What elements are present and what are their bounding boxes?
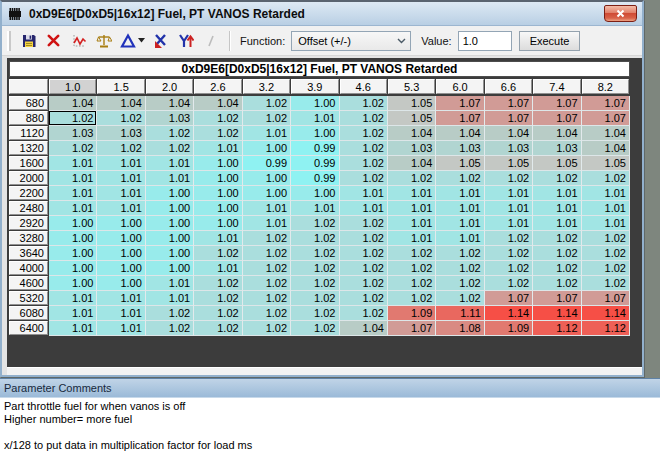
table-cell[interactable]: 1.07 bbox=[436, 96, 484, 111]
table-cell[interactable]: 1.02 bbox=[146, 321, 194, 336]
table-cell[interactable]: 1.02 bbox=[340, 111, 388, 126]
column-header[interactable]: 6.0 bbox=[436, 79, 483, 94]
table-cell[interactable]: 1.03 bbox=[388, 141, 436, 156]
table-cell[interactable]: 1.01 bbox=[291, 111, 339, 126]
table-cell[interactable]: 1.00 bbox=[146, 186, 194, 201]
table-cell[interactable]: 1.07 bbox=[533, 111, 581, 126]
table-cell[interactable]: 1.01 bbox=[146, 171, 194, 186]
table-cell[interactable]: 1.02 bbox=[340, 141, 388, 156]
table-cell[interactable]: 1.00 bbox=[49, 261, 97, 276]
table-cell[interactable]: 1.01 bbox=[582, 186, 630, 201]
table-cell[interactable]: 1.03 bbox=[97, 126, 145, 141]
table-cell[interactable]: 1.02 bbox=[243, 291, 291, 306]
table-cell[interactable]: 1.12 bbox=[582, 321, 630, 336]
table-cell[interactable]: 1.04 bbox=[436, 126, 484, 141]
table-cell[interactable]: 1.05 bbox=[388, 111, 436, 126]
table-cell[interactable]: 1.02 bbox=[194, 291, 242, 306]
table-cell[interactable]: 1.01 bbox=[49, 171, 97, 186]
table-cell[interactable]: 1.01 bbox=[340, 186, 388, 201]
table-cell[interactable]: 1.02 bbox=[194, 246, 242, 261]
table-cell[interactable]: 1.01 bbox=[582, 201, 630, 216]
table-cell[interactable]: 1.04 bbox=[388, 126, 436, 141]
table-cell[interactable]: 1.02 bbox=[243, 276, 291, 291]
row-header[interactable]: 1320 bbox=[9, 141, 48, 155]
table-cell[interactable]: 1.04 bbox=[533, 126, 581, 141]
table-cell[interactable]: 1.07 bbox=[533, 291, 581, 306]
table-cell[interactable]: 1.14 bbox=[533, 306, 581, 321]
table-cell[interactable]: 1.02 bbox=[485, 276, 533, 291]
table-cell[interactable]: 1.02 bbox=[388, 276, 436, 291]
table-cell[interactable]: 1.11 bbox=[436, 306, 484, 321]
table-cell[interactable]: 1.02 bbox=[388, 261, 436, 276]
row-header[interactable]: 4000 bbox=[9, 261, 48, 275]
table-cell[interactable]: 1.03 bbox=[485, 141, 533, 156]
table-cell[interactable]: 1.02 bbox=[243, 306, 291, 321]
row-header[interactable]: 3640 bbox=[9, 246, 48, 260]
table-cell[interactable]: 1.01 bbox=[146, 291, 194, 306]
table-cell[interactable]: 1.02 bbox=[340, 126, 388, 141]
table-cell[interactable]: 1.04 bbox=[582, 126, 630, 141]
table-cell[interactable]: 1.00 bbox=[97, 276, 145, 291]
table-cell[interactable]: 1.02 bbox=[194, 126, 242, 141]
save-button[interactable] bbox=[17, 29, 40, 52]
table-cell[interactable]: 1.02 bbox=[582, 171, 630, 186]
column-header[interactable]: 1.5 bbox=[97, 79, 144, 94]
table-cell[interactable]: 1.02 bbox=[533, 261, 581, 276]
table-cell[interactable]: 1.00 bbox=[291, 96, 339, 111]
table-cell[interactable]: 1.02 bbox=[291, 291, 339, 306]
table-cell[interactable]: 1.02 bbox=[243, 246, 291, 261]
table-cell[interactable]: 1.02 bbox=[97, 111, 145, 126]
delta-axis-button[interactable] bbox=[117, 29, 147, 52]
value-input[interactable] bbox=[458, 31, 512, 51]
table-cell[interactable]: 1.02 bbox=[485, 231, 533, 246]
column-header[interactable]: 1.0 bbox=[49, 79, 96, 94]
column-header[interactable]: 8.2 bbox=[582, 79, 629, 94]
table-cell[interactable]: 1.08 bbox=[436, 321, 484, 336]
table-cell[interactable]: 1.01 bbox=[291, 201, 339, 216]
table-cell[interactable]: 1.02 bbox=[194, 321, 242, 336]
table-cell[interactable]: 1.01 bbox=[243, 126, 291, 141]
row-header[interactable]: 4600 bbox=[9, 276, 48, 290]
table-cell[interactable]: 1.02 bbox=[340, 261, 388, 276]
table-cell[interactable]: 1.01 bbox=[388, 186, 436, 201]
table-cell[interactable]: 1.00 bbox=[49, 276, 97, 291]
table-cell[interactable]: 1.02 bbox=[243, 111, 291, 126]
table-cell[interactable]: 0.99 bbox=[291, 171, 339, 186]
table-cell[interactable]: 1.01 bbox=[485, 186, 533, 201]
table-cell[interactable]: 1.04 bbox=[485, 126, 533, 141]
table-cell[interactable]: 1.02 bbox=[582, 276, 630, 291]
table-cell[interactable]: 1.01 bbox=[533, 216, 581, 231]
table-cell[interactable]: 1.01 bbox=[49, 306, 97, 321]
table-cell[interactable]: 1.00 bbox=[146, 216, 194, 231]
table-cell[interactable]: 1.02 bbox=[243, 321, 291, 336]
table-cell[interactable]: 1.00 bbox=[243, 141, 291, 156]
table-cell[interactable]: 1.02 bbox=[485, 171, 533, 186]
column-header[interactable]: 7.4 bbox=[533, 79, 580, 94]
table-cell[interactable]: 1.00 bbox=[49, 231, 97, 246]
edit-y-axis-button[interactable] bbox=[174, 29, 197, 52]
table-cell[interactable]: 1.02 bbox=[388, 291, 436, 306]
table-cell[interactable]: 1.01 bbox=[436, 186, 484, 201]
row-header[interactable]: 1600 bbox=[9, 156, 48, 170]
table-cell[interactable]: 1.04 bbox=[388, 156, 436, 171]
table-cell[interactable]: 1.02 bbox=[436, 246, 484, 261]
table-cell[interactable]: 1.07 bbox=[388, 321, 436, 336]
table-cell[interactable]: 0.99 bbox=[291, 156, 339, 171]
table-cell[interactable]: 1.14 bbox=[582, 306, 630, 321]
table-cell[interactable]: 1.02 bbox=[436, 291, 484, 306]
column-header[interactable]: 4.6 bbox=[340, 79, 387, 94]
table-cell[interactable]: 1.02 bbox=[340, 156, 388, 171]
table-cell[interactable]: 1.02 bbox=[388, 246, 436, 261]
table-cell[interactable]: 1.02 bbox=[146, 141, 194, 156]
table-cell[interactable]: 1.02 bbox=[291, 216, 339, 231]
table-cell[interactable]: 1.02 bbox=[194, 276, 242, 291]
column-header[interactable]: 6.6 bbox=[485, 79, 532, 94]
table-cell[interactable]: 1.09 bbox=[485, 321, 533, 336]
table-cell[interactable]: 1.00 bbox=[49, 216, 97, 231]
table-cell[interactable]: 1.04 bbox=[49, 96, 97, 111]
table-cell[interactable]: 1.04 bbox=[146, 96, 194, 111]
table-cell[interactable]: 1.02 bbox=[388, 171, 436, 186]
table-cell[interactable]: 1.02 bbox=[340, 231, 388, 246]
table-cell[interactable]: 1.01 bbox=[49, 156, 97, 171]
table-cell[interactable]: 1.04 bbox=[194, 96, 242, 111]
